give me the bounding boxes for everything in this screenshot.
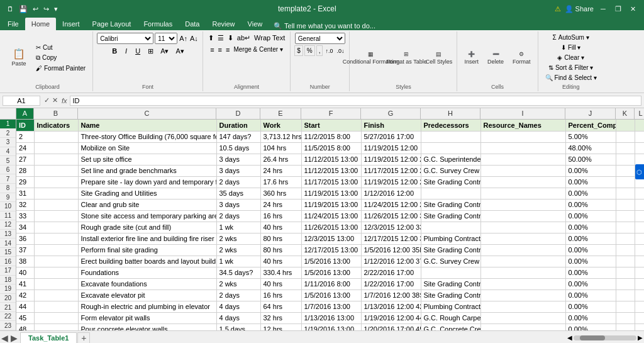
data-cell[interactable]: 32 hrs — [260, 312, 301, 323]
data-cell[interactable] — [480, 188, 565, 199]
data-cell[interactable] — [616, 323, 635, 330]
data-cell[interactable]: 11/24/2015 13:00 — [301, 210, 361, 222]
scroll-left-btn[interactable]: ◀ — [567, 334, 572, 341]
data-cell[interactable]: Rough grade site (cut and fill) — [78, 222, 216, 233]
data-cell[interactable]: 11/19/2015 13:00 — [301, 188, 361, 199]
data-cell[interactable] — [616, 290, 635, 301]
align-bottom-btn[interactable]: ⬇ — [226, 33, 235, 43]
row-num-13[interactable]: 13 — [0, 230, 16, 239]
data-cell[interactable]: Three-story Office Building (76,000 squa… — [78, 131, 216, 142]
col-header-b[interactable]: B — [34, 108, 78, 119]
data-cell[interactable]: 28 — [16, 165, 34, 176]
merge-center-btn[interactable]: Merge & Center ▾ — [232, 45, 284, 55]
row-num-20[interactable]: 20 — [0, 294, 16, 303]
copy-btn[interactable]: ⧉ Copy — [33, 53, 89, 63]
data-cell[interactable]: 11/12/2015 13:00 — [301, 165, 361, 176]
data-cell[interactable] — [616, 256, 635, 267]
row-num-12[interactable]: 12 — [0, 220, 16, 230]
row-num-1[interactable]: 1 — [0, 120, 16, 129]
data-cell[interactable] — [34, 301, 78, 312]
data-cell[interactable] — [616, 267, 635, 278]
data-cell[interactable]: 3 days — [216, 199, 260, 210]
data-cell[interactable] — [34, 312, 78, 323]
restore-btn[interactable]: ❐ — [613, 3, 624, 14]
data-cell[interactable]: 1/13/2016 12:00 42 — [361, 301, 421, 312]
data-cell[interactable] — [34, 256, 78, 267]
data-cell[interactable] — [616, 176, 635, 188]
data-cell[interactable] — [480, 222, 565, 233]
header-cell[interactable] — [616, 120, 635, 131]
data-cell[interactable]: Plumbing Contractor — [421, 233, 480, 244]
data-cell[interactable] — [635, 131, 644, 142]
col-header-g[interactable]: G — [361, 108, 421, 119]
data-cell[interactable]: Clear and grub site — [78, 199, 216, 210]
data-cell[interactable]: 44 — [16, 301, 34, 312]
data-cell[interactable]: 1 wk — [216, 222, 260, 233]
data-cell[interactable]: Rough-in electric and plumbing in elevat… — [78, 301, 216, 312]
data-cell[interactable]: 1/5/2016 12:00 35FF+1 day,36 — [361, 244, 421, 256]
data-cell[interactable] — [480, 154, 565, 165]
header-cell[interactable]: ID — [16, 120, 34, 131]
close-btn[interactable]: ✕ — [628, 3, 639, 14]
data-cell[interactable]: 0.00% — [565, 256, 616, 267]
font-size-selector[interactable]: 11 — [155, 33, 177, 44]
data-cell[interactable]: Site Grading Contractor[50%] — [421, 278, 480, 290]
data-cell[interactable]: 0.00% — [565, 176, 616, 188]
data-cell[interactable]: Site Grading Contractor — [421, 290, 480, 301]
data-cell[interactable]: 0.00% — [565, 312, 616, 323]
data-cell[interactable]: 37 — [16, 244, 34, 256]
data-cell[interactable] — [34, 188, 78, 199]
data-cell[interactable]: 11/2/2015 8:00 — [301, 131, 361, 142]
data-cell[interactable] — [480, 312, 565, 323]
number-format-selector[interactable]: General — [295, 33, 345, 44]
data-cell[interactable]: 4 days — [216, 301, 260, 312]
data-cell[interactable] — [480, 267, 565, 278]
comma-btn[interactable]: , — [316, 45, 323, 56]
data-cell[interactable] — [616, 233, 635, 244]
data-cell[interactable]: Set up site office — [78, 154, 216, 165]
grow-font-btn[interactable]: A↑ — [179, 34, 188, 43]
data-cell[interactable] — [34, 290, 78, 301]
data-cell[interactable] — [480, 278, 565, 290]
row-num-4[interactable]: 4 — [0, 147, 16, 157]
data-cell[interactable] — [616, 278, 635, 290]
data-cell[interactable]: Site Grading Contractor — [421, 244, 480, 256]
data-cell[interactable]: G.C. Survey Crew — [421, 256, 480, 267]
data-cell[interactable]: 0.00% — [565, 233, 616, 244]
data-cell[interactable]: 5.00% — [565, 131, 616, 142]
data-cell[interactable]: 1/22/2016 17:00 — [361, 278, 421, 290]
data-cell[interactable] — [480, 131, 565, 142]
align-top-btn[interactable]: ⬆ — [207, 33, 215, 43]
data-cell[interactable] — [616, 199, 635, 210]
data-cell[interactable]: 4 days — [216, 312, 260, 323]
header-cell[interactable]: Name — [78, 120, 216, 131]
data-cell[interactable]: 0.00% — [565, 188, 616, 199]
data-cell[interactable]: 11/26/2015 13:00 — [301, 222, 361, 233]
data-cell[interactable]: 2 wks — [216, 278, 260, 290]
data-cell[interactable] — [421, 131, 480, 142]
data-cell[interactable]: Mobilize on Site — [78, 142, 216, 154]
data-cell[interactable]: Site Grading Contractor — [421, 199, 480, 210]
col-header-c[interactable]: C — [78, 108, 216, 119]
data-cell[interactable]: G.C. Rough Carpenter Crew — [421, 312, 480, 323]
data-cell[interactable]: 24 — [16, 142, 34, 154]
data-cell[interactable] — [635, 256, 644, 267]
font-color-btn[interactable]: A▾ — [173, 46, 186, 57]
col-header-f[interactable]: F — [301, 108, 361, 119]
header-cell[interactable] — [635, 120, 644, 131]
data-cell[interactable]: 1/13/2016 13:00 — [301, 312, 361, 323]
col-header-d[interactable]: D — [216, 108, 260, 119]
data-cell[interactable]: 2 wks — [216, 244, 260, 256]
data-cell[interactable] — [421, 188, 480, 199]
data-cell[interactable]: 147 days? — [216, 131, 260, 142]
data-cell[interactable]: 10.5 days — [216, 142, 260, 154]
data-cell[interactable] — [480, 199, 565, 210]
data-cell[interactable] — [616, 188, 635, 199]
data-cell[interactable] — [635, 312, 644, 323]
data-cell[interactable]: 2/22/2016 17:00 — [361, 267, 421, 278]
row-num-17[interactable]: 17 — [0, 266, 16, 276]
data-cell[interactable]: Perform final site grading — [78, 244, 216, 256]
data-cell[interactable]: 1/12/2016 12:00 — [361, 188, 421, 199]
insert-btn[interactable]: ➕ Insert — [461, 48, 482, 67]
name-box[interactable] — [3, 96, 40, 106]
